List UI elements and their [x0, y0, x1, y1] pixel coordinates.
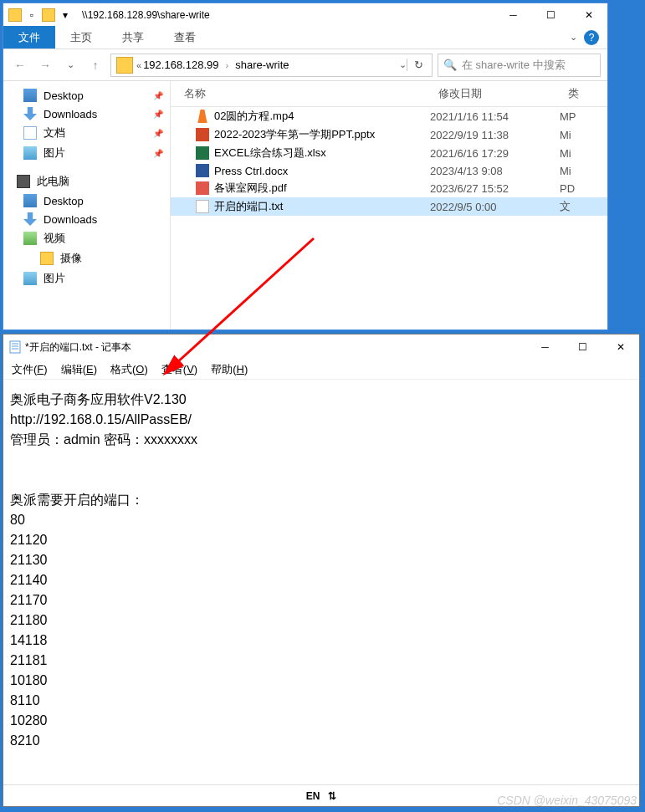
- file-row[interactable]: EXCEL综合练习题.xlsx2021/6/16 17:29Mi: [171, 144, 607, 162]
- sidebar-item[interactable]: 视频: [3, 228, 170, 248]
- pin-icon[interactable]: 📌: [153, 149, 163, 158]
- sidebar-item[interactable]: Downloads: [3, 210, 170, 228]
- sidebar-item[interactable]: 文档📌: [3, 123, 170, 143]
- file-row[interactable]: 02圆的方程.mp42021/1/16 11:54MP: [171, 107, 607, 125]
- menu-format[interactable]: 格式(O): [110, 362, 148, 377]
- back-button[interactable]: ←: [10, 55, 30, 75]
- column-type[interactable]: 类: [560, 81, 607, 106]
- sidebar-label: 图片: [44, 146, 65, 161]
- file-row[interactable]: 各课室网段.pdf2023/6/27 15:52PD: [171, 179, 607, 197]
- close-button[interactable]: ✕: [601, 336, 639, 359]
- watermark: CSDN @weixin_43075093: [497, 794, 637, 807]
- svg-rect-1: [10, 341, 20, 353]
- forward-button[interactable]: →: [35, 55, 55, 75]
- file-date: 2023/6/27 15:52: [430, 182, 560, 195]
- qat-dropdown-icon[interactable]: ▾: [59, 8, 72, 22]
- folder-open-icon[interactable]: [42, 8, 55, 22]
- sidebar-item[interactable]: Desktop: [3, 192, 170, 210]
- pin-icon[interactable]: 📌: [153, 129, 163, 138]
- file-date: 2023/4/13 9:08: [430, 165, 560, 177]
- sidebar-item[interactable]: 图片: [3, 268, 170, 289]
- up-button[interactable]: ↑: [85, 55, 105, 75]
- ime-language[interactable]: EN: [306, 790, 320, 802]
- file-type: Mi: [560, 129, 607, 141]
- sidebar-item[interactable]: Downloads📌: [3, 105, 170, 123]
- tab-home[interactable]: 主页: [55, 26, 107, 49]
- explorer-titlebar[interactable]: ▫ ▾ \\192.168.128.99\share-write ─ ☐ ✕: [3, 3, 607, 26]
- file-type: Mi: [560, 165, 607, 177]
- notepad-title: *开启的端口.txt - 记事本: [22, 340, 526, 355]
- text-content[interactable]: 奥派电子商务应用软件V2.130 http://192.168.0.15/All…: [3, 380, 639, 784]
- file-name: 各课室网段.pdf: [214, 181, 287, 196]
- download-icon: [23, 212, 37, 226]
- ribbon-expand-icon[interactable]: ⌄: [570, 32, 577, 43]
- xls-icon: [196, 146, 209, 160]
- tab-share[interactable]: 共享: [107, 26, 159, 49]
- file-date: 2022/9/5 0:00: [430, 201, 560, 213]
- file-name: EXCEL综合练习题.xlsx: [214, 146, 326, 161]
- history-dropdown[interactable]: ⌄: [60, 55, 80, 75]
- navigation-pane[interactable]: Desktop📌Downloads📌文档📌图片📌此电脑DesktopDownlo…: [3, 81, 171, 329]
- sidebar-label: Downloads: [44, 108, 97, 120]
- minimize-button[interactable]: ─: [526, 336, 564, 359]
- sidebar-label: 文档: [44, 125, 65, 140]
- address-bar[interactable]: « 192.168.128.99 › share-write ⌄ ↻: [110, 54, 433, 77]
- menu-bar: 文件(F) 编辑(E) 格式(O) 查看(V) 帮助(H): [3, 360, 639, 380]
- folder-icon: [40, 252, 54, 265]
- notepad-window: *开启的端口.txt - 记事本 ─ ☐ ✕ 文件(F) 编辑(E) 格式(O)…: [3, 334, 640, 807]
- help-icon[interactable]: ?: [584, 30, 599, 45]
- column-name[interactable]: 名称: [171, 81, 430, 106]
- tab-file[interactable]: 文件: [3, 26, 55, 49]
- maximize-button[interactable]: ☐: [532, 3, 570, 26]
- file-row[interactable]: 开启的端口.txt2022/9/5 0:00文: [171, 197, 607, 216]
- pin-icon[interactable]: 📌: [153, 110, 163, 119]
- breadcrumb-item[interactable]: share-write: [233, 59, 290, 71]
- chevron-right-icon[interactable]: ›: [224, 60, 231, 70]
- sidebar-item[interactable]: 摄像: [3, 248, 170, 268]
- doc-icon: [23, 126, 37, 140]
- navigation-bar: ← → ⌄ ↑ « 192.168.128.99 › share-write ⌄…: [3, 49, 607, 81]
- explorer-window: ▫ ▾ \\192.168.128.99\share-write ─ ☐ ✕ 文…: [3, 3, 608, 330]
- tab-view[interactable]: 查看: [159, 26, 211, 49]
- column-date[interactable]: 修改日期: [430, 81, 560, 106]
- notepad-titlebar[interactable]: *开启的端口.txt - 记事本 ─ ☐ ✕: [3, 335, 639, 360]
- menu-help[interactable]: 帮助(H): [211, 362, 248, 377]
- pin-icon[interactable]: 📌: [153, 91, 163, 100]
- search-icon: 🔍: [443, 59, 457, 71]
- menu-edit[interactable]: 编辑(E): [61, 362, 97, 377]
- pc-icon: [17, 175, 30, 188]
- file-name: Press Ctrl.docx: [214, 165, 288, 177]
- folder-icon: [8, 8, 22, 22]
- sidebar-item[interactable]: 图片📌: [3, 143, 170, 163]
- pic-icon: [23, 146, 37, 160]
- refresh-button[interactable]: ↻: [407, 59, 430, 71]
- file-name: 02圆的方程.mp4: [214, 109, 294, 124]
- close-button[interactable]: ✕: [570, 3, 607, 26]
- address-dropdown[interactable]: ⌄: [399, 59, 407, 70]
- window-title: \\192.168.128.99\share-write: [77, 9, 494, 21]
- txt-icon: [196, 200, 209, 213]
- maximize-button[interactable]: ☐: [564, 336, 601, 359]
- file-row[interactable]: 2022-2023学年第一学期PPT.pptx2022/9/19 11:38Mi: [171, 125, 607, 144]
- breadcrumb-item[interactable]: 192.168.128.99: [141, 59, 220, 71]
- vlc-icon: [196, 110, 209, 123]
- menu-view[interactable]: 查看(V): [161, 362, 197, 377]
- file-type: MP: [560, 110, 607, 123]
- minimize-button[interactable]: ─: [494, 3, 532, 26]
- ime-toggle-icon[interactable]: ⇅: [328, 790, 336, 802]
- sidebar-label: 图片: [44, 271, 65, 286]
- sidebar-label: Downloads: [44, 213, 97, 226]
- qat-properties-icon[interactable]: ▫: [25, 8, 38, 22]
- search-input[interactable]: 🔍 在 share-write 中搜索: [438, 54, 601, 77]
- sidebar-label: 摄像: [60, 251, 82, 266]
- file-date: 2022/9/19 11:38: [430, 129, 560, 141]
- column-headers: 名称 修改日期 类: [171, 81, 607, 107]
- sidebar-label: 此电脑: [37, 174, 69, 189]
- sidebar-label: Desktop: [44, 89, 84, 102]
- file-date: 2021/6/16 17:29: [430, 147, 560, 160]
- file-row[interactable]: Press Ctrl.docx2023/4/13 9:08Mi: [171, 162, 607, 179]
- sidebar-this-pc[interactable]: 此电脑: [3, 171, 170, 192]
- file-list: 名称 修改日期 类 02圆的方程.mp42021/1/16 11:54MP202…: [171, 81, 607, 329]
- menu-file[interactable]: 文件(F): [12, 362, 48, 377]
- sidebar-item[interactable]: Desktop📌: [3, 86, 170, 105]
